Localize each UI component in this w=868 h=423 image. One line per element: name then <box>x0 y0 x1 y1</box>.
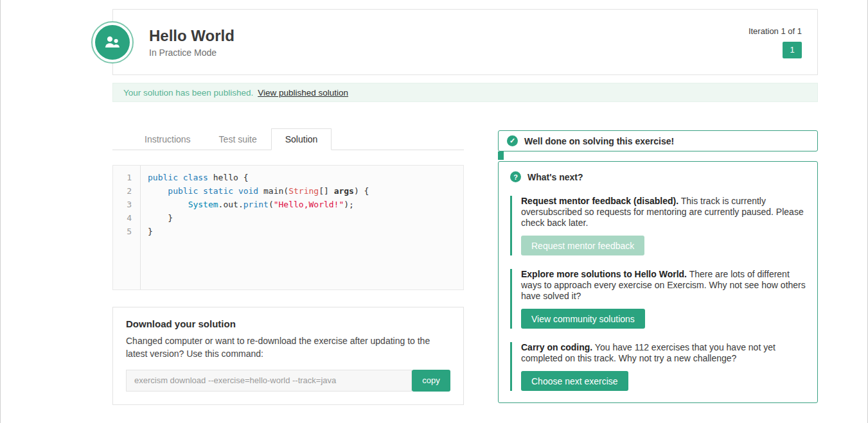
section-text: Carry on coding. You have 112 exercises … <box>521 342 806 364</box>
page: Hello World In Practice Mode Iteration 1… <box>0 0 868 423</box>
request-mentor-feedback-button[interactable]: Request mentor feedback <box>521 236 644 255</box>
whats-next-section: Carry on coding. You have 112 exercises … <box>510 342 806 391</box>
code-text: public static void main(String[] args) { <box>140 184 369 198</box>
command-row: copy <box>126 370 450 392</box>
download-command-input[interactable] <box>126 370 412 392</box>
download-description: Changed computer or want to re-download … <box>126 334 450 361</box>
line-number: 5 <box>113 225 140 238</box>
section-text: Explore more solutions to Hello World. T… <box>521 269 806 302</box>
line-number: 4 <box>113 211 140 225</box>
tab-test-suite[interactable]: Test suite <box>205 128 271 150</box>
content-container: Hello World In Practice Mode Iteration 1… <box>112 0 818 405</box>
iteration-badge[interactable]: 1 <box>783 42 802 58</box>
code-line: 1public class hello { <box>113 171 463 184</box>
download-card: Download your solution Changed computer … <box>112 307 464 405</box>
view-community-solutions-button[interactable]: View community solutions <box>521 309 645 329</box>
practice-mode-people-icon <box>102 32 123 53</box>
banner-tail <box>498 151 504 160</box>
exercise-header: Hello World In Practice Mode Iteration 1… <box>112 9 818 75</box>
main-columns: InstructionsTest suiteSolution 1public c… <box>112 128 818 405</box>
download-title: Download your solution <box>126 318 450 329</box>
page-title: Hello World <box>149 27 235 45</box>
iteration-info: Iteration 1 of 1 1 <box>748 26 802 58</box>
publish-notice: Your solution has been published. View p… <box>112 83 818 102</box>
well-done-text: Well done on solving this exercise! <box>524 136 674 146</box>
line-number: 1 <box>113 171 140 184</box>
copy-button[interactable]: copy <box>412 370 450 392</box>
code-text: System.out.print("Hello,World!"); <box>140 198 354 211</box>
tab-bar: InstructionsTest suiteSolution <box>112 128 464 150</box>
question-icon: ? <box>510 171 521 182</box>
left-column: InstructionsTest suiteSolution 1public c… <box>112 128 464 405</box>
whats-next-section: Request mentor feedback (disabled). This… <box>510 196 806 255</box>
solution-code-block: 1public class hello {2 public static voi… <box>112 165 464 290</box>
code-line: 5} <box>113 225 463 238</box>
avatar-circle <box>95 25 130 60</box>
code-lines: 1public class hello {2 public static voi… <box>113 171 463 238</box>
well-done-banner: ✓ Well done on solving this exercise! <box>498 130 818 151</box>
code-text: public class hello { <box>140 171 249 184</box>
whats-next-header: ? What's next? <box>510 171 806 182</box>
code-line: 2 public static void main(String[] args)… <box>113 184 463 198</box>
publish-message: Your solution has been published. <box>123 88 253 98</box>
code-text: } <box>140 211 173 225</box>
code-line: 4 } <box>113 211 463 225</box>
choose-next-exercise-button[interactable]: Choose next exercise <box>521 371 628 391</box>
check-icon: ✓ <box>507 135 518 146</box>
tab-instructions[interactable]: Instructions <box>130 128 205 150</box>
avatar <box>91 21 134 64</box>
view-published-solution-link[interactable]: View published solution <box>258 88 348 98</box>
right-column: ✓ Well done on solving this exercise! ? … <box>498 128 818 405</box>
iteration-label: Iteration 1 of 1 <box>748 26 802 36</box>
whats-next-panel: ? What's next? Request mentor feedback (… <box>498 161 818 403</box>
practice-mode-label: In Practice Mode <box>149 47 235 58</box>
gutter-divider <box>140 166 141 289</box>
whats-next-sections: Request mentor feedback (disabled). This… <box>510 196 806 391</box>
code-text: } <box>140 225 153 238</box>
code-line: 3 System.out.print("Hello,World!"); <box>113 198 463 211</box>
whats-next-section: Explore more solutions to Hello World. T… <box>510 269 806 329</box>
whats-next-title: What's next? <box>527 172 583 182</box>
tab-solution[interactable]: Solution <box>271 128 332 150</box>
line-number: 2 <box>113 184 140 198</box>
section-text: Request mentor feedback (disabled). This… <box>521 196 806 229</box>
header-text: Hello World In Practice Mode <box>149 27 235 58</box>
line-number: 3 <box>113 198 140 211</box>
